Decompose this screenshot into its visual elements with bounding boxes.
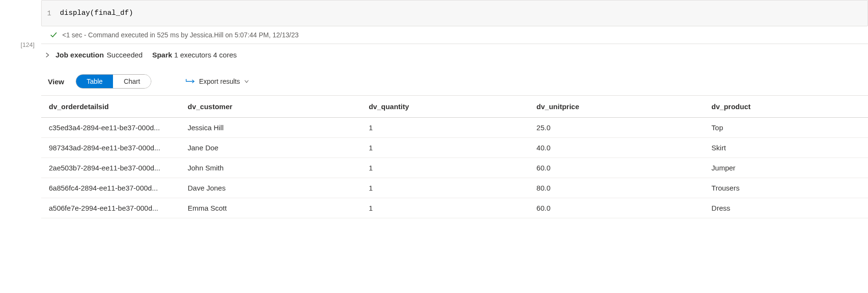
spark-label: Spark <box>152 51 172 59</box>
job-execution-status: Succeeded <box>107 51 143 59</box>
view-toolbar: View Table Chart Export results <box>41 66 868 95</box>
table-cell: Jessica Hill <box>180 118 361 138</box>
column-header[interactable]: dv_orderdetailsid <box>41 96 180 118</box>
code-cell[interactable]: 1 display(final_df) <box>41 0 868 26</box>
chevron-down-icon <box>244 79 249 84</box>
column-header[interactable]: dv_customer <box>180 96 361 118</box>
status-text: <1 sec - Command executed in 525 ms by J… <box>62 31 299 39</box>
view-toggle-group: Table Chart <box>76 74 151 89</box>
table-cell: Skirt <box>704 138 868 158</box>
table-cell: 987343ad-2894-ee11-be37-000d... <box>41 138 180 158</box>
table-cell: Jumper <box>704 158 868 178</box>
table-cell: Top <box>704 118 868 138</box>
job-execution-row[interactable]: Job execution Succeeded Spark 1 executor… <box>41 44 868 66</box>
table-cell: 40.0 <box>529 138 704 158</box>
cell-number: [124] <box>0 0 41 218</box>
table-header-row: dv_orderdetailsid dv_customer dv_quantit… <box>41 96 868 118</box>
results-table-container: dv_orderdetailsid dv_customer dv_quantit… <box>41 95 868 218</box>
export-icon <box>186 78 195 85</box>
view-toggle-chart[interactable]: Chart <box>113 75 150 88</box>
table-cell: c35ed3a4-2894-ee11-be37-000d... <box>41 118 180 138</box>
view-label: View <box>48 78 64 86</box>
table-cell: John Smith <box>180 158 361 178</box>
checkmark-icon <box>50 31 57 39</box>
spark-detail: 1 executors 4 cores <box>174 51 237 59</box>
table-row[interactable]: a506fe7e-2994-ee11-be37-000d...Emma Scot… <box>41 198 868 218</box>
chevron-right-icon <box>44 52 51 58</box>
code-text: display(final_df) <box>60 9 133 17</box>
table-cell: Dave Jones <box>180 178 361 198</box>
table-cell: a506fe7e-2994-ee11-be37-000d... <box>41 198 180 218</box>
results-table: dv_orderdetailsid dv_customer dv_quantit… <box>41 96 868 218</box>
view-toggle-table[interactable]: Table <box>76 75 113 88</box>
table-cell: 60.0 <box>529 158 704 178</box>
table-cell: Trousers <box>704 178 868 198</box>
table-cell: 25.0 <box>529 118 704 138</box>
execution-status: <1 sec - Command executed in 525 ms by J… <box>41 26 868 44</box>
table-row[interactable]: 987343ad-2894-ee11-be37-000d...Jane Doe1… <box>41 138 868 158</box>
table-cell: 6a856fc4-2894-ee11-be37-000d... <box>41 178 180 198</box>
table-row[interactable]: c35ed3a4-2894-ee11-be37-000d...Jessica H… <box>41 118 868 138</box>
table-row[interactable]: 6a856fc4-2894-ee11-be37-000d...Dave Jone… <box>41 178 868 198</box>
export-results-button[interactable]: Export results <box>186 78 250 85</box>
column-header[interactable]: dv_product <box>704 96 868 118</box>
table-cell: 1 <box>361 198 529 218</box>
table-cell: 1 <box>361 178 529 198</box>
table-row[interactable]: 2ae503b7-2894-ee11-be37-000d...John Smit… <box>41 158 868 178</box>
column-header[interactable]: dv_quantity <box>361 96 529 118</box>
table-cell: Jane Doe <box>180 138 361 158</box>
column-header[interactable]: dv_unitprice <box>529 96 704 118</box>
code-line-number: 1 <box>42 10 60 17</box>
table-cell: 60.0 <box>529 198 704 218</box>
table-cell: 2ae503b7-2894-ee11-be37-000d... <box>41 158 180 178</box>
table-cell: 1 <box>361 118 529 138</box>
export-results-label: Export results <box>199 78 240 85</box>
job-execution-label: Job execution <box>56 51 104 59</box>
table-cell: Dress <box>704 198 868 218</box>
table-cell: Emma Scott <box>180 198 361 218</box>
table-cell: 1 <box>361 158 529 178</box>
table-cell: 80.0 <box>529 178 704 198</box>
table-cell: 1 <box>361 138 529 158</box>
